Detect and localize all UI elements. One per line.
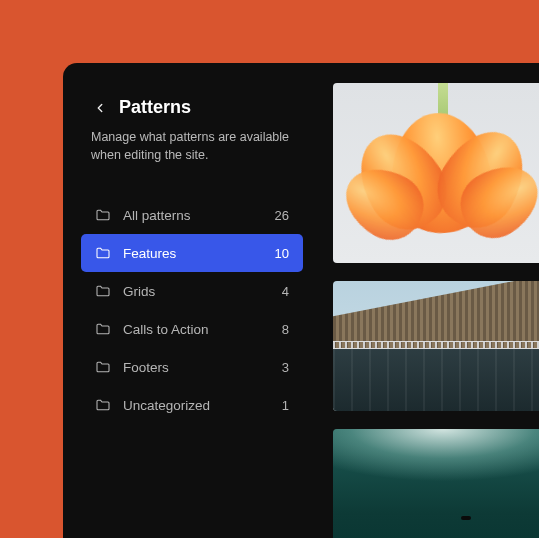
category-calls-to-action[interactable]: Calls to Action 8	[81, 310, 303, 348]
category-count: 4	[282, 284, 289, 299]
thumbnail-image	[333, 281, 539, 411]
category-list: All patterns 26 Features 10 Grids 4 Call…	[81, 196, 303, 424]
category-label: Footers	[123, 360, 270, 375]
back-button[interactable]	[91, 99, 109, 117]
folder-icon	[95, 245, 111, 261]
pattern-gallery	[321, 63, 539, 538]
category-footers[interactable]: Footers 3	[81, 348, 303, 386]
category-count: 1	[282, 398, 289, 413]
category-label: Features	[123, 246, 263, 261]
folder-icon	[95, 283, 111, 299]
pattern-thumbnail[interactable]	[333, 83, 539, 263]
category-count: 10	[275, 246, 289, 261]
folder-icon	[95, 359, 111, 375]
folder-icon	[95, 207, 111, 223]
category-label: Uncategorized	[123, 398, 270, 413]
category-features[interactable]: Features 10	[81, 234, 303, 272]
thumbnail-image	[333, 83, 539, 263]
page-subtitle: Manage what patterns are available when …	[81, 128, 303, 164]
category-label: Calls to Action	[123, 322, 270, 337]
category-label: Grids	[123, 284, 270, 299]
category-count: 26	[275, 208, 289, 223]
page-title: Patterns	[119, 97, 191, 118]
chevron-left-icon	[93, 101, 107, 115]
category-uncategorized[interactable]: Uncategorized 1	[81, 386, 303, 424]
folder-icon	[95, 321, 111, 337]
pattern-thumbnail[interactable]	[333, 281, 539, 411]
pattern-thumbnail[interactable]	[333, 429, 539, 538]
category-all-patterns[interactable]: All patterns 26	[81, 196, 303, 234]
thumbnail-image	[333, 429, 539, 538]
folder-icon	[95, 397, 111, 413]
category-grids[interactable]: Grids 4	[81, 272, 303, 310]
patterns-sidebar: Patterns Manage what patterns are availa…	[63, 63, 321, 538]
category-count: 8	[282, 322, 289, 337]
stage-background: Patterns Manage what patterns are availa…	[0, 0, 539, 538]
category-count: 3	[282, 360, 289, 375]
category-label: All patterns	[123, 208, 263, 223]
sidebar-header: Patterns	[81, 97, 303, 118]
app-window: Patterns Manage what patterns are availa…	[63, 63, 539, 538]
